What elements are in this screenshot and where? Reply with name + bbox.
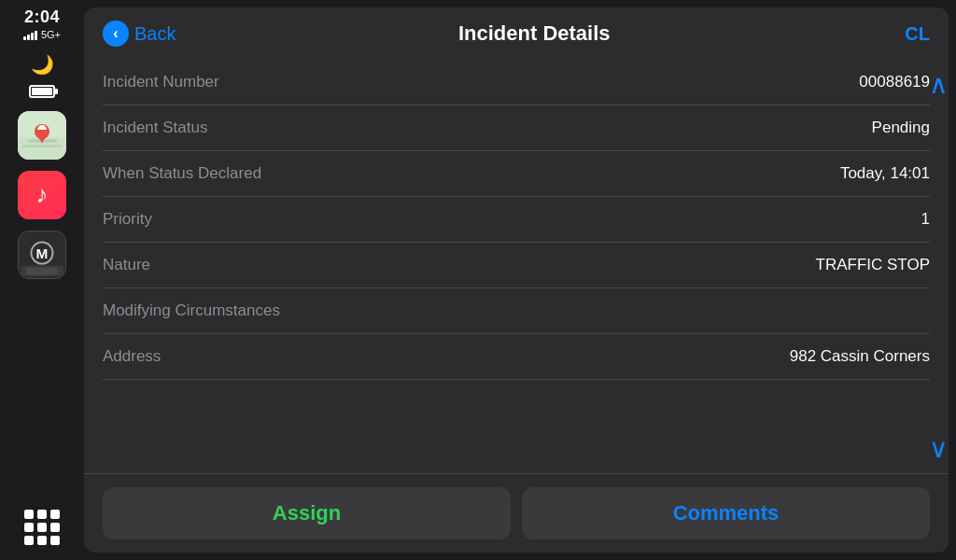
status-declared-row: When Status Declared Today, 14:01 <box>103 151 930 197</box>
time-display: 2:04 <box>24 7 60 27</box>
incident-status-row: Incident Status Pending <box>103 105 930 151</box>
svg-rect-1 <box>18 137 66 160</box>
status-bar: 2:04 5G+ <box>0 7 84 40</box>
nature-row: Nature TRAFFIC STOP <box>103 243 930 288</box>
scroll-up-button[interactable]: ∧ <box>929 69 949 100</box>
svg-text:M: M <box>36 245 49 261</box>
incident-number-value: 00088619 <box>859 73 930 91</box>
svg-rect-2 <box>27 139 57 143</box>
priority-row: Priority 1 <box>103 197 930 243</box>
svg-rect-11 <box>26 267 59 274</box>
dock-grid <box>24 510 60 545</box>
assign-button[interactable]: Assign <box>103 487 511 539</box>
music-app-icon[interactable]: ♪ <box>18 171 66 219</box>
user-initials[interactable]: CL <box>893 23 930 45</box>
page-title: Incident Details <box>176 21 893 46</box>
modifying-circumstances-row: Modifying Circumstances <box>103 288 930 334</box>
signal-bars-icon <box>23 29 37 40</box>
scroll-down-button[interactable]: ∨ <box>929 433 949 464</box>
status-declared-label: When Status Declared <box>103 164 261 183</box>
network-label: 5G+ <box>41 29 61 40</box>
status-declared-value: Today, 14:01 <box>840 164 930 183</box>
svg-text:♪: ♪ <box>36 180 49 208</box>
address-row: Address 982 Cassin Corners <box>103 334 930 380</box>
details-area: Incident Number 00088619 Incident Status… <box>84 60 949 473</box>
sidebar: 2:04 5G+ 🌙 <box>0 0 84 560</box>
app-icons: ♪ M <box>18 111 66 279</box>
incident-status-label: Incident Status <box>103 119 207 137</box>
motorola-app-icon[interactable]: M <box>18 231 66 279</box>
modifying-circumstances-label: Modifying Circumstances <box>103 301 280 320</box>
maps-app-icon[interactable] <box>18 111 66 160</box>
svg-point-5 <box>37 125 47 134</box>
signal-row: 5G+ <box>23 29 61 40</box>
moon-icon: 🌙 <box>31 53 54 76</box>
back-chevron-icon: ‹ <box>103 21 129 47</box>
nature-label: Nature <box>103 256 150 274</box>
back-label: Back <box>134 23 176 45</box>
incident-number-row: Incident Number 00088619 <box>103 60 930 105</box>
svg-rect-3 <box>22 145 62 147</box>
address-value: 982 Cassin Corners <box>790 347 930 366</box>
priority-value: 1 <box>921 210 930 229</box>
main-panel: ‹ Back Incident Details CL Incident Numb… <box>84 7 949 553</box>
battery-icon <box>29 85 55 98</box>
nature-value: TRAFFIC STOP <box>816 256 930 274</box>
header: ‹ Back Incident Details CL <box>84 7 949 60</box>
address-label: Address <box>103 347 161 366</box>
back-button[interactable]: ‹ Back <box>103 21 176 47</box>
footer: Assign Comments <box>84 473 949 553</box>
incident-status-value: Pending <box>872 119 930 137</box>
priority-label: Priority <box>103 210 152 229</box>
incident-number-label: Incident Number <box>103 73 219 91</box>
comments-button[interactable]: Comments <box>522 487 930 539</box>
